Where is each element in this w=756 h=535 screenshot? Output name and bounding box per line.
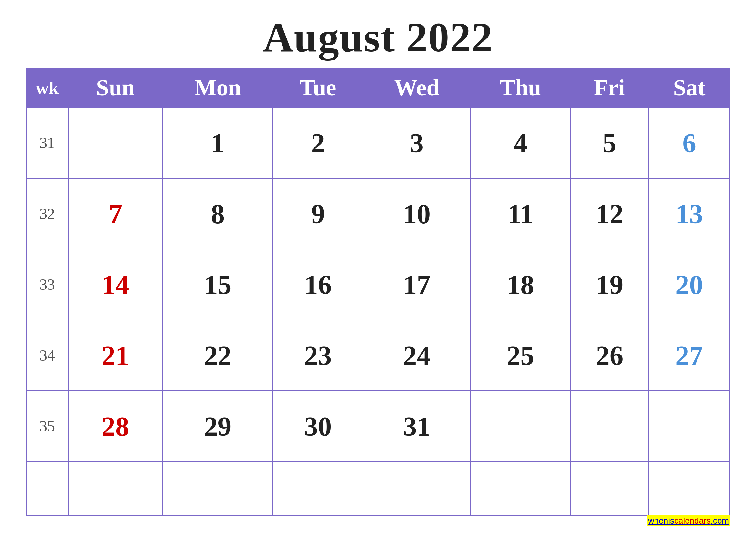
day-cell: 26 <box>571 320 649 391</box>
day-cell: 1 <box>163 107 273 178</box>
calendar-title: August 2022 <box>263 13 493 62</box>
wk-number: 31 <box>26 107 68 178</box>
calendar-table: wk Sun Mon Tue Wed Thu Fri Sat 311234563… <box>26 68 730 516</box>
sun-header: Sun <box>68 68 163 107</box>
day-cell <box>363 462 471 515</box>
table-row: 3314151617181920 <box>26 249 730 320</box>
day-cell <box>163 462 273 515</box>
day-cell: 16 <box>273 249 363 320</box>
table-row: 31123456 <box>26 107 730 178</box>
day-cell: 17 <box>363 249 471 320</box>
day-cell: 12 <box>571 178 649 249</box>
day-cell <box>471 462 571 515</box>
day-cell: 3 <box>363 107 471 178</box>
day-cell: 9 <box>273 178 363 249</box>
day-cell: 6 <box>649 107 730 178</box>
wk-number <box>26 462 68 515</box>
table-row: 3278910111213 <box>26 178 730 249</box>
day-cell <box>571 462 649 515</box>
wk-number: 34 <box>26 320 68 391</box>
wed-header: Wed <box>363 68 471 107</box>
wk-number: 35 <box>26 391 68 462</box>
watermark-text2: calendars <box>674 516 711 526</box>
table-row <box>26 462 730 515</box>
wk-header: wk <box>26 68 68 107</box>
day-cell: 10 <box>363 178 471 249</box>
table-row: 3421222324252627 <box>26 320 730 391</box>
calendar-page: August 2022 wk Sun Mon Tue Wed Thu Fri S… <box>0 0 756 535</box>
day-cell <box>68 107 163 178</box>
tue-header: Tue <box>273 68 363 107</box>
day-cell: 28 <box>68 391 163 462</box>
day-cell: 4 <box>471 107 571 178</box>
watermark-link[interactable]: wheniscalendars.com <box>647 515 730 526</box>
watermark: wheniscalendars.com <box>647 516 730 526</box>
mon-header: Mon <box>163 68 273 107</box>
day-cell: 31 <box>363 391 471 462</box>
day-cell: 23 <box>273 320 363 391</box>
fri-header: Fri <box>571 68 649 107</box>
day-cell <box>571 391 649 462</box>
day-cell: 15 <box>163 249 273 320</box>
day-cell: 7 <box>68 178 163 249</box>
day-cell <box>273 462 363 515</box>
day-cell <box>649 391 730 462</box>
day-cell: 21 <box>68 320 163 391</box>
watermark-text3: .com <box>711 516 729 526</box>
day-cell: 14 <box>68 249 163 320</box>
day-cell: 25 <box>471 320 571 391</box>
day-cell: 11 <box>471 178 571 249</box>
header-row: wk Sun Mon Tue Wed Thu Fri Sat <box>26 68 730 107</box>
day-cell <box>649 462 730 515</box>
watermark-text1: whenis <box>648 516 674 526</box>
day-cell: 19 <box>571 249 649 320</box>
day-cell: 30 <box>273 391 363 462</box>
table-row: 3528293031 <box>26 391 730 462</box>
day-cell: 18 <box>471 249 571 320</box>
day-cell: 27 <box>649 320 730 391</box>
day-cell: 24 <box>363 320 471 391</box>
day-cell: 2 <box>273 107 363 178</box>
thu-header: Thu <box>471 68 571 107</box>
day-cell <box>471 391 571 462</box>
day-cell: 13 <box>649 178 730 249</box>
sat-header: Sat <box>649 68 730 107</box>
day-cell: 8 <box>163 178 273 249</box>
wk-number: 33 <box>26 249 68 320</box>
day-cell: 20 <box>649 249 730 320</box>
day-cell: 22 <box>163 320 273 391</box>
day-cell <box>68 462 163 515</box>
wk-number: 32 <box>26 178 68 249</box>
day-cell: 29 <box>163 391 273 462</box>
day-cell: 5 <box>571 107 649 178</box>
